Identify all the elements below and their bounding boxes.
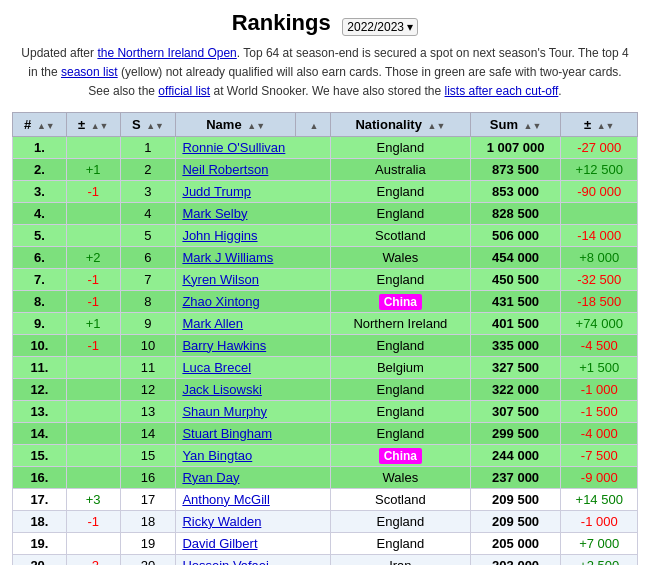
table-row: 5.5John HigginsScotland506 000-14 000 [13, 224, 638, 246]
col-sum[interactable]: Sum ▲▼ [470, 112, 561, 136]
player-link[interactable]: Kyren Wilson [182, 272, 259, 287]
cell-change [66, 224, 120, 246]
col-name[interactable]: Name ▲▼ [176, 112, 296, 136]
table-row: 17.+317Anthony McGillScotland209 500+14 … [13, 488, 638, 510]
cell-rank: 19. [13, 532, 67, 554]
cell-name: Neil Robertson [176, 158, 331, 180]
player-link[interactable]: Ryan Day [182, 470, 239, 485]
link-lists[interactable]: lists after each cut-off [445, 84, 559, 98]
col-name-sort[interactable]: ▲ [295, 112, 330, 136]
player-link[interactable]: Barry Hawkins [182, 338, 266, 353]
cell-nationality: China [331, 444, 471, 466]
rankings-table: # ▲▼ ± ▲▼ S ▲▼ Name ▲▼ ▲ Nationality ▲▼ … [12, 112, 638, 565]
cell-pm: +1 500 [561, 356, 638, 378]
cell-pm: -14 000 [561, 224, 638, 246]
col-nationality[interactable]: Nationality ▲▼ [331, 112, 471, 136]
player-link[interactable]: Mark Allen [182, 316, 243, 331]
cell-name: Judd Trump [176, 180, 331, 202]
cell-name: David Gilbert [176, 532, 331, 554]
cell-nationality: England [331, 510, 471, 532]
cell-sum: 450 500 [470, 268, 561, 290]
cell-s: 17 [120, 488, 176, 510]
cell-change: -1 [66, 268, 120, 290]
player-link[interactable]: Hossein Vafaei [182, 558, 268, 565]
player-link[interactable]: John Higgins [182, 228, 257, 243]
cell-pm [561, 202, 638, 224]
cell-change: +1 [66, 312, 120, 334]
cell-name: Kyren Wilson [176, 268, 331, 290]
player-link[interactable]: Judd Trump [182, 184, 251, 199]
china-badge: China [379, 294, 422, 310]
cell-sum: 401 500 [470, 312, 561, 334]
col-s[interactable]: S ▲▼ [120, 112, 176, 136]
player-link[interactable]: David Gilbert [182, 536, 257, 551]
cell-nationality: England [331, 180, 471, 202]
cell-s: 3 [120, 180, 176, 202]
cell-pm: +7 000 [561, 532, 638, 554]
player-link[interactable]: Neil Robertson [182, 162, 268, 177]
link-official[interactable]: official list [158, 84, 210, 98]
player-link[interactable]: Yan Bingtao [182, 448, 252, 463]
china-badge: China [379, 448, 422, 464]
cell-sum: 853 000 [470, 180, 561, 202]
cell-change [66, 400, 120, 422]
player-link[interactable]: Mark Selby [182, 206, 247, 221]
col-change[interactable]: ± ▲▼ [66, 112, 120, 136]
cell-pm: +14 500 [561, 488, 638, 510]
cell-nationality: China [331, 290, 471, 312]
cell-nationality: Scotland [331, 488, 471, 510]
cell-nationality: Belgium [331, 356, 471, 378]
season-selector[interactable]: 2022/2023 ▾ [342, 18, 418, 36]
cell-s: 15 [120, 444, 176, 466]
cell-change [66, 356, 120, 378]
player-link[interactable]: Stuart Bingham [182, 426, 272, 441]
table-row: 14.14Stuart BinghamEngland299 500-4 000 [13, 422, 638, 444]
link-northern-ireland[interactable]: the Northern Ireland Open [97, 46, 236, 60]
col-rank[interactable]: # ▲▼ [13, 112, 67, 136]
cell-change: -1 [66, 334, 120, 356]
cell-sum: 327 500 [470, 356, 561, 378]
cell-rank: 12. [13, 378, 67, 400]
cell-rank: 4. [13, 202, 67, 224]
cell-pm: -1 000 [561, 510, 638, 532]
cell-pm: -7 500 [561, 444, 638, 466]
cell-name: Anthony McGill [176, 488, 331, 510]
cell-change [66, 466, 120, 488]
cell-pm: -90 000 [561, 180, 638, 202]
cell-name: Mark Selby [176, 202, 331, 224]
player-link[interactable]: Anthony McGill [182, 492, 269, 507]
table-row: 11.11Luca BrecelBelgium327 500+1 500 [13, 356, 638, 378]
cell-nationality: England [331, 268, 471, 290]
cell-nationality: Wales [331, 466, 471, 488]
link-season[interactable]: season list [61, 65, 118, 79]
cell-name: Yan Bingtao [176, 444, 331, 466]
player-link[interactable]: Jack Lisowski [182, 382, 261, 397]
player-link[interactable]: Zhao Xintong [182, 294, 259, 309]
cell-pm: -4 500 [561, 334, 638, 356]
cell-s: 20 [120, 554, 176, 565]
cell-change [66, 136, 120, 158]
cell-s: 14 [120, 422, 176, 444]
cell-change: +1 [66, 158, 120, 180]
cell-pm: -9 000 [561, 466, 638, 488]
player-link[interactable]: Luca Brecel [182, 360, 251, 375]
cell-sum: 454 000 [470, 246, 561, 268]
cell-nationality: England [331, 202, 471, 224]
cell-s: 1 [120, 136, 176, 158]
cell-rank: 6. [13, 246, 67, 268]
col-pm[interactable]: ± ▲▼ [561, 112, 638, 136]
cell-s: 18 [120, 510, 176, 532]
player-link[interactable]: Mark J Williams [182, 250, 273, 265]
cell-name: John Higgins [176, 224, 331, 246]
table-row: 9.+19Mark AllenNorthern Ireland401 500+7… [13, 312, 638, 334]
cell-rank: 15. [13, 444, 67, 466]
cell-nationality: Northern Ireland [331, 312, 471, 334]
cell-name: Stuart Bingham [176, 422, 331, 444]
player-link[interactable]: Shaun Murphy [182, 404, 267, 419]
player-link[interactable]: Ricky Walden [182, 514, 261, 529]
table-row: 18.-118Ricky WaldenEngland209 500-1 000 [13, 510, 638, 532]
player-link[interactable]: Ronnie O'Sullivan [182, 140, 285, 155]
cell-change: +2 [66, 246, 120, 268]
cell-name: Ryan Day [176, 466, 331, 488]
cell-rank: 5. [13, 224, 67, 246]
